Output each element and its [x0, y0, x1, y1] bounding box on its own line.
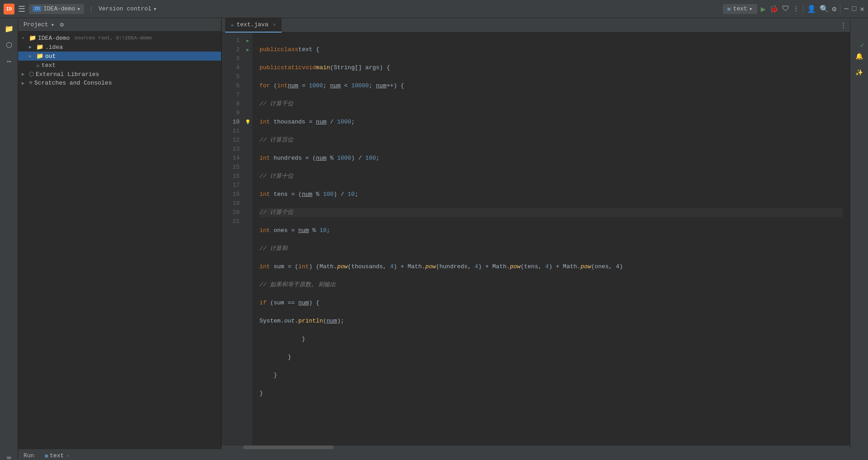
code-line-2: public static void main(String[] args) { [259, 63, 843, 72]
project-arrow-icon: ▾ [77, 5, 80, 13]
gutter-18 [243, 190, 252, 199]
main-area: 📁 ⬡ ⋯ Project ▾ ⚙ ▾ 📁 IDEA-demo sources … [0, 18, 868, 449]
editor-scrollbar-h[interactable] [222, 446, 850, 449]
terminal-icon[interactable]: ⌨ [2, 453, 16, 460]
tabs-more-actions[interactable]: ⋮ [840, 22, 846, 29]
java-file-icon: ☕ [36, 62, 40, 69]
project-title: Project [24, 21, 48, 28]
left-sidebar-icons: 📁 ⬡ ⋯ [0, 18, 18, 449]
divider [803, 5, 803, 14]
scrollbar-thumb[interactable] [243, 446, 334, 449]
more-run-options[interactable]: ⋮ [793, 5, 799, 13]
tree-item-label: .idea [45, 44, 63, 51]
ai-icon[interactable]: ✨ [852, 65, 867, 80]
lib-icon: ⬡ [29, 71, 34, 78]
bottom-tab-text-label: text [50, 452, 64, 459]
tree-item-scratches[interactable]: ▶ ≡ Scratches and Consoles [18, 79, 221, 87]
code-line-7: int hundreds = (num % 1000) / 100; [259, 154, 843, 163]
minimize-button[interactable]: ─ [844, 5, 849, 13]
tree-item-external-libs[interactable]: ▶ ⬡ External Libraries [18, 70, 221, 79]
bottom-tabs-bar: Run ▣ text ✕ [18, 449, 868, 460]
run-config-selector[interactable]: ▣ text ▾ [723, 4, 757, 14]
tree-item-label: Scratches and Consoles [34, 80, 112, 86]
collab-icon[interactable]: 👤 [807, 5, 816, 14]
bottom-tab-run[interactable]: Run [22, 449, 36, 460]
project-name-label: IDEA-demo [43, 5, 75, 12]
tree-arrow-icon: ▶ [29, 53, 34, 59]
gutter-16 [243, 172, 252, 181]
editor-gutter: ▶ ▶ 💡 [243, 33, 252, 446]
code-editor-wrapper: 1 2 3 4 5 6 7 8 9 10 11 12 13 14 15 16 1 [222, 33, 850, 449]
cog-icon[interactable]: ⚙ [60, 21, 63, 28]
ln-14: 14 [222, 154, 240, 163]
code-line-17: } [259, 335, 843, 344]
hamburger-menu[interactable]: ☰ [18, 4, 25, 14]
bottom-tab-text[interactable]: ▣ text ✕ [43, 449, 71, 460]
project-selector[interactable]: ID IDEA-demo ▾ [29, 4, 84, 14]
tab-label: text.java [236, 21, 268, 28]
gutter-11 [243, 127, 252, 136]
ln-19: 19 [222, 199, 240, 208]
project-panel: Project ▾ ⚙ ▾ 📁 IDEA-demo sources root, … [18, 18, 222, 449]
gutter-4 [243, 63, 252, 72]
run-button[interactable]: ▶ [761, 4, 766, 14]
run-config-label: text [733, 5, 747, 12]
toolbar-icons: ▶ 🐞 🛡 ⋮ 👤 🔍 ⚙ ─ □ ✕ [761, 4, 864, 14]
tree-item-hint: sources root, D:\IDEA-demo [74, 35, 152, 41]
editor-area: ☕ text.java ✕ ⋮ 1 2 3 4 5 6 7 8 9 [222, 18, 850, 449]
ln-21: 21 [222, 217, 240, 226]
run-line-icon[interactable]: ▶ [246, 38, 249, 43]
ln-2: 2 [222, 45, 240, 54]
coverage-button[interactable]: 🛡 [782, 5, 789, 13]
right-sidebar: ✓ 🔔 ✨ [850, 18, 868, 449]
version-control-arrow-icon: ▾ [153, 5, 157, 13]
ln-3: 3 [222, 54, 240, 63]
divider2 [840, 5, 840, 14]
bulb-icon[interactable]: 💡 [245, 119, 250, 125]
tree-item-text[interactable]: ▶ ☕ text [18, 61, 221, 70]
version-control-label: Version control [99, 5, 151, 12]
ln-20: 20 [222, 208, 240, 217]
version-control-selector[interactable]: Version control ▾ [99, 5, 157, 13]
settings-icon[interactable]: ⚙ [832, 5, 837, 14]
project-tree: ▾ 📁 IDEA-demo sources root, D:\IDEA-demo… [18, 32, 221, 449]
bottom-tab-file-icon: ▣ [45, 453, 48, 459]
code-content[interactable]: public class text { public static void m… [252, 33, 850, 446]
ln-5: 5 [222, 72, 240, 81]
tree-arrow-icon: ▶ [22, 71, 27, 77]
tab-text-java[interactable]: ☕ text.java ✕ [225, 18, 282, 33]
editor-tabs-bar: ☕ text.java ✕ ⋮ [222, 18, 850, 33]
search-everywhere-icon[interactable]: 🔍 [820, 5, 829, 14]
gutter-20 [243, 208, 252, 217]
code-line-4: // 计算千位 [259, 100, 843, 109]
code-line-16: System.out.println(num); [259, 317, 843, 326]
tree-item-idea-demo[interactable]: ▾ 📁 IDEA-demo sources root, D:\IDEA-demo [18, 33, 221, 43]
tree-arrow-icon: ▾ [22, 35, 27, 41]
project-panel-header: Project ▾ ⚙ [18, 18, 221, 32]
bottom-tab-close-icon[interactable]: ✕ [66, 453, 70, 459]
tree-arrow-icon: ▶ [22, 81, 27, 86]
run-line-icon[interactable]: ▶ [246, 47, 249, 52]
tab-close-icon[interactable]: ✕ [273, 21, 276, 28]
maximize-button[interactable]: □ [852, 5, 857, 13]
folder-icon: 📁 [36, 52, 43, 60]
tab-file-icon: ☕ [231, 21, 234, 28]
folder-icon[interactable]: 📁 [2, 22, 16, 36]
bottom-main: Run ▣ text ✕ ↺ ■ ≡ ⋮ H:\jdk-21\bin\java.… [18, 449, 868, 460]
code-editor[interactable]: 1 2 3 4 5 6 7 8 9 10 11 12 13 14 15 16 1 [222, 33, 850, 446]
gutter-3 [243, 54, 252, 63]
more-icon[interactable]: ⋯ [2, 54, 16, 69]
tree-item-idea[interactable]: ▶ 📁 .idea [18, 43, 221, 52]
structure-icon[interactable]: ⬡ [2, 38, 16, 52]
code-line-6: // 计算百位 [259, 136, 843, 145]
tree-item-label: IDEA-demo [38, 35, 70, 42]
tree-item-out[interactable]: ▶ 📁 out [18, 52, 221, 61]
topbar: ID ☰ ID IDEA-demo ▾ | Version control ▾ … [0, 0, 868, 18]
ln-17: 17 [222, 181, 240, 190]
notifications-icon[interactable]: 🔔 [852, 49, 867, 63]
project-header-icons: ⚙ [60, 21, 63, 28]
gutter-10: 💡 [243, 118, 252, 127]
debug-button[interactable]: 🐞 [769, 5, 778, 14]
gutter-17 [243, 181, 252, 190]
close-button[interactable]: ✕ [860, 5, 864, 14]
